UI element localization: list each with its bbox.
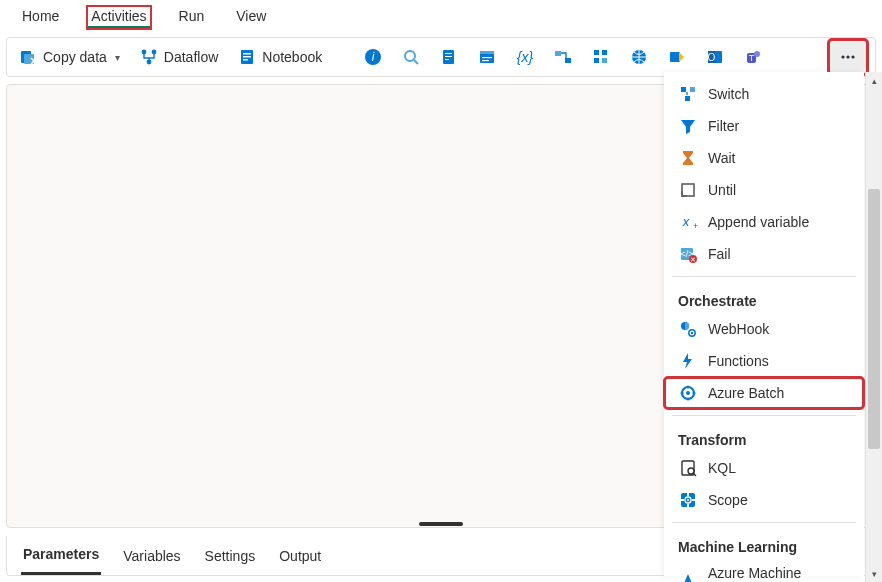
tab-run[interactable]: Run [175, 6, 209, 29]
svg-point-11 [405, 51, 415, 61]
menu-item-append-variable[interactable]: x+ Append variable [664, 206, 864, 238]
outlook-icon[interactable]: O [700, 42, 730, 72]
menu-label: Until [708, 182, 736, 198]
copy-data-button[interactable]: Copy data ▾ [13, 44, 126, 70]
menu-label: Wait [708, 150, 735, 166]
svg-point-55 [687, 398, 690, 401]
menu-label: Append variable [708, 214, 809, 230]
tab-home[interactable]: Home [18, 6, 63, 29]
svg-point-51 [691, 332, 693, 334]
menu-item-fail[interactable]: </>✕ Fail [664, 238, 864, 270]
svg-rect-64 [687, 493, 689, 496]
svg-rect-20 [482, 60, 489, 61]
svg-point-53 [687, 386, 690, 389]
dataflow-button[interactable]: Dataflow [134, 44, 224, 70]
svg-point-54 [693, 392, 696, 395]
svg-rect-6 [243, 53, 251, 55]
copy-data-label: Copy data [43, 49, 107, 65]
menu-item-until[interactable]: Until [664, 174, 864, 206]
svg-rect-8 [243, 59, 248, 61]
script-icon[interactable] [434, 42, 464, 72]
teams-icon[interactable]: T [738, 42, 768, 72]
svg-text:x: x [682, 214, 690, 229]
scroll-track[interactable] [866, 89, 882, 565]
scroll-thumb[interactable] [868, 189, 880, 449]
tab-variables[interactable]: Variables [121, 538, 182, 574]
menu-item-scope[interactable]: Scope [664, 484, 864, 516]
svg-rect-19 [482, 57, 492, 58]
tab-parameters[interactable]: Parameters [21, 536, 101, 575]
menu-label: KQL [708, 460, 736, 476]
copy-data-icon [19, 48, 37, 66]
info-icon[interactable]: i [358, 42, 388, 72]
tab-output[interactable]: Output [277, 538, 323, 574]
svg-text:i: i [372, 50, 375, 64]
notebook-icon [238, 48, 256, 66]
wait-icon [678, 148, 698, 168]
stored-proc-icon[interactable] [472, 42, 502, 72]
menu-item-switch[interactable]: Switch [664, 78, 864, 110]
notebook-label: Notebook [262, 49, 322, 65]
menu-heading-ml: Machine Learning [664, 529, 864, 559]
scroll-down-arrow[interactable]: ▾ [866, 565, 882, 582]
menu-item-functions[interactable]: Functions [664, 345, 864, 377]
tab-view[interactable]: View [232, 6, 270, 29]
menu-item-wait[interactable]: Wait [664, 142, 864, 174]
svg-rect-14 [445, 53, 452, 54]
svg-text:✕: ✕ [690, 256, 696, 263]
svg-text:{x}: {x} [517, 49, 534, 65]
azure-ml-icon [678, 571, 698, 582]
menu-label: Switch [708, 86, 749, 102]
menu-label: Filter [708, 118, 739, 134]
menu-separator [672, 522, 856, 523]
kql-icon [678, 458, 698, 478]
toolbar: Copy data ▾ Dataflow Notebook i {x} [6, 37, 876, 77]
pipeline-icon[interactable] [548, 42, 578, 72]
dataflow-icon [140, 48, 158, 66]
menu-item-azure-batch[interactable]: Azure Batch [664, 377, 864, 409]
top-tab-bar: Home Activities Run View [0, 0, 882, 33]
menu-label: Scope [708, 492, 748, 508]
svg-text:+: + [693, 221, 698, 231]
svg-point-38 [851, 55, 854, 58]
svg-point-56 [681, 392, 684, 395]
svg-point-4 [146, 60, 151, 65]
more-activities-button[interactable] [829, 40, 867, 74]
menu-item-webhook[interactable]: WebHook [664, 313, 864, 345]
web-icon[interactable] [624, 42, 654, 72]
notebook-button[interactable]: Notebook [232, 44, 328, 70]
variable-icon[interactable]: {x} [510, 42, 540, 72]
scroll-up-arrow[interactable]: ▴ [866, 72, 882, 89]
invoke-icon[interactable] [662, 42, 692, 72]
svg-rect-41 [685, 96, 690, 101]
svg-rect-65 [687, 504, 689, 507]
svg-point-3 [151, 50, 156, 55]
search-icon[interactable] [396, 42, 426, 72]
menu-item-filter[interactable]: Filter [664, 110, 864, 142]
svg-point-63 [687, 499, 689, 501]
functions-icon [678, 351, 698, 371]
foreach-icon[interactable] [586, 42, 616, 72]
svg-point-34 [754, 51, 760, 57]
dataflow-label: Dataflow [164, 49, 218, 65]
menu-label: Functions [708, 353, 769, 369]
panel-resize-handle[interactable] [419, 522, 463, 526]
menu-separator [672, 276, 856, 277]
svg-point-36 [841, 55, 844, 58]
svg-point-57 [686, 391, 690, 395]
svg-rect-40 [690, 87, 695, 92]
menu-separator [672, 415, 856, 416]
svg-text:T: T [749, 53, 755, 63]
menu-item-azure-ml[interactable]: Azure Machine Learning [664, 559, 864, 582]
svg-rect-67 [692, 499, 695, 501]
menu-label: Azure Machine Learning [708, 565, 856, 582]
tab-settings[interactable]: Settings [203, 538, 258, 574]
menu-item-kql[interactable]: KQL [664, 452, 864, 484]
menu-label: Fail [708, 246, 731, 262]
svg-rect-24 [594, 50, 599, 55]
svg-rect-66 [681, 499, 684, 501]
filter-icon [678, 116, 698, 136]
menu-heading-transform: Transform [664, 422, 864, 452]
vertical-scrollbar[interactable]: ▴ ▾ [865, 72, 882, 582]
tab-activities[interactable]: Activities [87, 6, 150, 29]
